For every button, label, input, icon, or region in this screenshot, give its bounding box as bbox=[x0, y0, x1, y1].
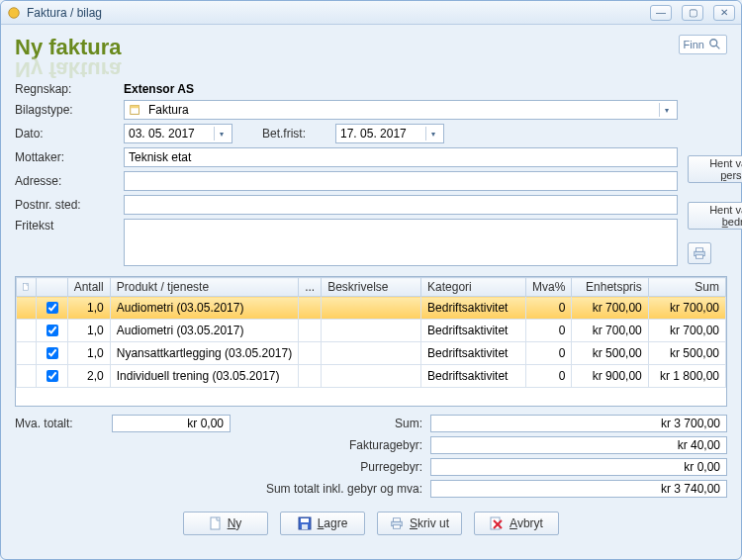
row-checkbox[interactable] bbox=[46, 325, 58, 336]
col-beskrivelse[interactable]: Beskrivelse bbox=[322, 278, 421, 297]
total-value: kr 3 740,00 bbox=[430, 480, 727, 498]
minimize-button[interactable]: — bbox=[650, 5, 672, 21]
mottaker-input[interactable]: Teknisk etat bbox=[124, 147, 678, 167]
printer-icon bbox=[390, 516, 404, 530]
footer: Ny Lagre Skriv ut Avbryt bbox=[15, 512, 727, 535]
mva-total-label: Mva. totalt: bbox=[15, 417, 104, 430]
row-checkbox[interactable] bbox=[46, 370, 58, 382]
svg-rect-8 bbox=[24, 284, 29, 291]
svg-rect-6 bbox=[696, 248, 703, 252]
svg-rect-4 bbox=[131, 106, 139, 109]
dato-label: Dato: bbox=[15, 127, 114, 140]
search-icon bbox=[708, 38, 722, 51]
col-enhetspris[interactable]: Enhetspris bbox=[572, 278, 648, 297]
row-checkbox[interactable] bbox=[46, 302, 58, 314]
titlebar: Faktura / bilag — ▢ ✕ bbox=[1, 1, 741, 25]
document-icon bbox=[23, 280, 30, 294]
table-row[interactable]: 1,0Nyansattkartlegging (03.05.2017)Bedri… bbox=[17, 342, 726, 365]
table-row[interactable]: 1,0Audiometri (03.05.2017)Bedriftsaktivi… bbox=[17, 320, 726, 342]
chevron-down-icon: ▾ bbox=[214, 127, 228, 140]
purregebyr-label: Purregebyr: bbox=[274, 460, 422, 474]
svg-rect-15 bbox=[393, 525, 400, 529]
col-doc-icon[interactable] bbox=[17, 278, 37, 297]
svg-rect-11 bbox=[301, 518, 309, 522]
postnr-label: Postnr. sted: bbox=[15, 198, 114, 212]
bilagstype-select[interactable]: Faktura ▾ bbox=[124, 100, 678, 120]
save-icon bbox=[298, 516, 312, 530]
find-button[interactable]: Finn bbox=[679, 35, 727, 54]
find-label: Finn bbox=[684, 39, 704, 50]
postnr-input[interactable] bbox=[124, 195, 678, 215]
total-label: Sum totalt inkl. gebyr og mva: bbox=[238, 482, 422, 496]
svg-point-0 bbox=[9, 7, 20, 18]
save-button[interactable]: Lagre bbox=[280, 512, 365, 535]
print-icon-button[interactable] bbox=[688, 242, 711, 264]
svg-line-2 bbox=[716, 46, 720, 49]
mottaker-label: Mottaker: bbox=[15, 150, 114, 164]
svg-rect-14 bbox=[393, 518, 400, 522]
svg-rect-12 bbox=[302, 524, 308, 529]
hent-person-button[interactable]: Hent valgteperson bbox=[688, 155, 742, 183]
maximize-button[interactable]: ▢ bbox=[682, 5, 703, 21]
chevron-down-icon: ▾ bbox=[425, 127, 439, 140]
betfrist-label: Bet.frist: bbox=[262, 127, 306, 140]
betfrist-input[interactable]: 17. 05. 2017▾ bbox=[335, 124, 444, 143]
col-check[interactable] bbox=[36, 278, 67, 297]
svg-point-1 bbox=[710, 40, 717, 47]
dato-input[interactable]: 03. 05. 2017▾ bbox=[124, 124, 232, 143]
row-checkbox[interactable] bbox=[46, 347, 58, 359]
fritekst-input[interactable] bbox=[124, 219, 678, 266]
svg-rect-7 bbox=[696, 255, 703, 259]
grid-header: Antall Produkt / tjeneste ... Beskrivels… bbox=[17, 278, 726, 297]
cancel-button[interactable]: Avbryt bbox=[474, 512, 559, 535]
cancel-icon bbox=[490, 516, 504, 530]
col-mva[interactable]: Mva% bbox=[526, 278, 572, 297]
new-document-icon bbox=[210, 516, 222, 530]
fakturagebyr-label: Fakturagebyr: bbox=[274, 438, 422, 452]
print-button[interactable]: Skriv ut bbox=[377, 512, 462, 535]
table-row[interactable]: 1,0Audiometri (03.05.2017)Bedriftsaktivi… bbox=[17, 297, 726, 320]
line-items-grid[interactable]: Antall Produkt / tjeneste ... Beskrivels… bbox=[15, 276, 727, 407]
adresse-input[interactable] bbox=[124, 171, 678, 191]
content: Ny faktura Ny faktura Finn Regnskap: Ext… bbox=[1, 25, 741, 559]
window-title: Faktura / bilag bbox=[27, 6, 640, 20]
summary: Mva. totalt: kr 0,00 Sum: kr 3 700,00 Fa… bbox=[15, 415, 727, 498]
regnskap-value: Extensor AS bbox=[124, 82, 742, 96]
page-title: Ny faktura Ny faktura bbox=[15, 35, 122, 60]
purregebyr-value[interactable]: kr 0,00 bbox=[430, 458, 727, 476]
bilagstype-label: Bilagstype: bbox=[15, 103, 114, 117]
table-row[interactable]: 2,0Individuell trening (03.05.2017)Bedri… bbox=[17, 365, 726, 388]
svg-rect-9 bbox=[211, 517, 220, 529]
fritekst-label: Fritekst bbox=[15, 219, 114, 233]
close-button[interactable]: ✕ bbox=[713, 5, 735, 21]
window: Faktura / bilag — ▢ ✕ Ny faktura Ny fakt… bbox=[0, 0, 742, 560]
col-more[interactable]: ... bbox=[299, 278, 322, 297]
hent-bedrift-button[interactable]: Hent valgtebedrift bbox=[688, 202, 742, 230]
regnskap-label: Regnskap: bbox=[15, 82, 114, 96]
invoice-type-icon bbox=[129, 103, 142, 117]
col-produkt[interactable]: Produkt / tjeneste bbox=[110, 278, 298, 297]
col-kategori[interactable]: Kategori bbox=[421, 278, 526, 297]
chevron-down-icon: ▾ bbox=[659, 103, 673, 117]
col-antall[interactable]: Antall bbox=[67, 278, 110, 297]
form: Regnskap: Extensor AS Bilagstype: Faktur… bbox=[15, 82, 727, 266]
new-button[interactable]: Ny bbox=[183, 512, 268, 535]
col-sum[interactable]: Sum bbox=[648, 278, 725, 297]
mva-total-value: kr 0,00 bbox=[112, 415, 231, 432]
fakturagebyr-value[interactable]: kr 40,00 bbox=[430, 436, 727, 454]
printer-icon bbox=[693, 246, 706, 260]
sum-value: kr 3 700,00 bbox=[430, 415, 727, 432]
app-icon bbox=[7, 6, 21, 20]
adresse-label: Adresse: bbox=[15, 174, 114, 188]
sum-label: Sum: bbox=[274, 417, 422, 430]
